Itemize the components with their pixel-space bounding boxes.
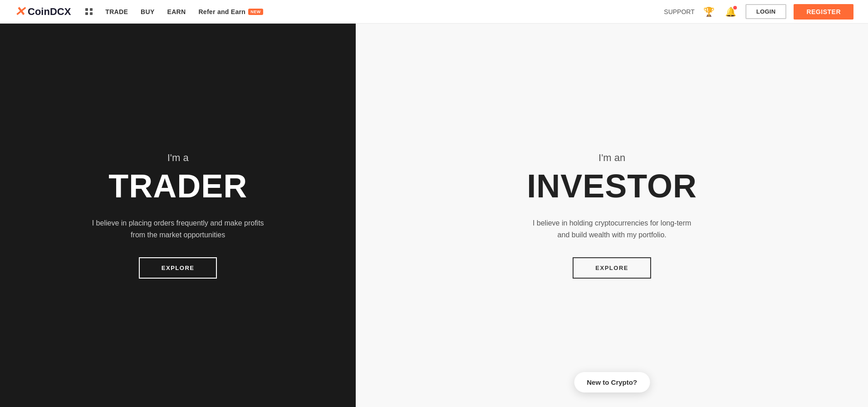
buy-nav-link[interactable]: BUY <box>141 8 154 15</box>
investor-explore-button[interactable]: EXPLORE <box>573 257 651 279</box>
trophy-icon: 🏆 <box>703 6 715 17</box>
trader-explore-button[interactable]: EXPLORE <box>139 257 217 279</box>
grid-menu-icon[interactable] <box>85 5 93 19</box>
login-button[interactable]: LOGIN <box>745 4 787 19</box>
investor-panel: I'm an INVESTOR I believe in holding cry… <box>356 24 868 407</box>
investor-description: I believe in holding cryptocurrencies fo… <box>526 217 698 240</box>
trader-subtitle: I'm a <box>167 152 189 164</box>
trader-title: TRADER <box>108 167 247 205</box>
refer-earn-label: Refer and Earn <box>198 8 245 15</box>
nav-links: TRADE BUY EARN Refer and Earn NEW <box>85 5 664 19</box>
grid-icon <box>85 8 93 15</box>
trader-panel: I'm a TRADER I believe in placing orders… <box>0 24 356 407</box>
notifications-button[interactable]: 🔔 <box>724 5 738 19</box>
register-button[interactable]: REGISTER <box>794 4 853 20</box>
main-content: I'm a TRADER I believe in placing orders… <box>0 24 868 407</box>
trophy-button[interactable]: 🏆 <box>702 5 716 19</box>
new-to-crypto-banner[interactable]: New to Crypto? <box>574 372 650 392</box>
trader-description: I believe in placing orders frequently a… <box>92 217 264 240</box>
support-link[interactable]: SUPPORT <box>664 8 694 15</box>
navbar: ✕ CoinDCX TRADE BUY EARN Refer and Earn … <box>0 0 868 24</box>
trade-nav-link[interactable]: TRADE <box>105 8 128 15</box>
new-to-crypto-label: New to Crypto? <box>587 378 637 386</box>
notification-dot <box>733 6 737 10</box>
logo-text: CoinDCX <box>28 7 71 17</box>
earn-nav-link[interactable]: EARN <box>167 8 186 15</box>
logo[interactable]: ✕ CoinDCX <box>15 4 71 19</box>
nav-right: SUPPORT 🏆 🔔 LOGIN REGISTER <box>664 4 853 20</box>
logo-icon: ✕ <box>15 4 25 19</box>
new-badge: NEW <box>248 9 263 15</box>
investor-title: INVESTOR <box>527 167 697 205</box>
investor-subtitle: I'm an <box>598 152 625 164</box>
refer-earn-nav-link[interactable]: Refer and Earn NEW <box>198 8 263 15</box>
